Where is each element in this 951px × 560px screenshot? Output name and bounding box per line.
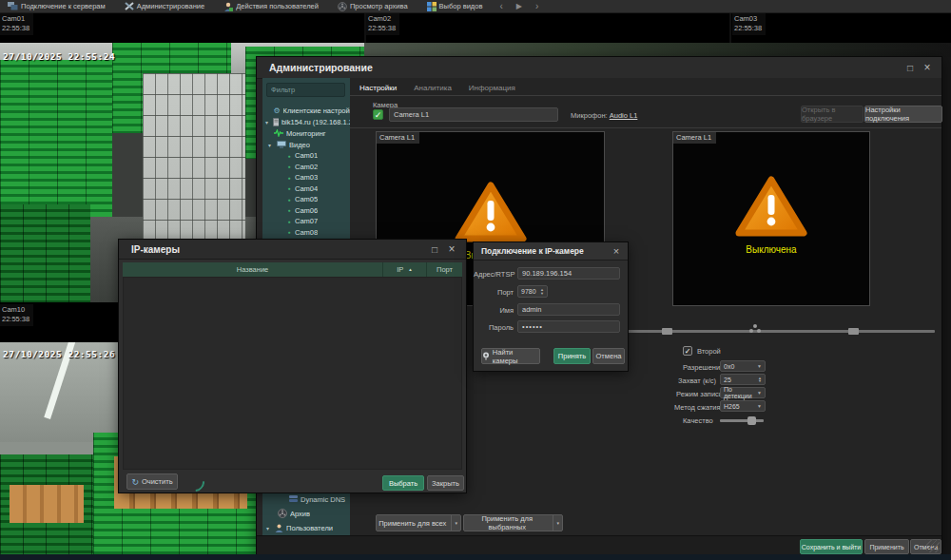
spin-down-icon[interactable]: ▼ bbox=[540, 292, 544, 296]
find-cameras-button[interactable]: Найти камеры bbox=[481, 348, 540, 364]
quality-slider[interactable] bbox=[720, 416, 764, 425]
admin-window-title: Администрирование bbox=[257, 62, 373, 73]
archive-reel-icon bbox=[338, 2, 347, 11]
chevron-down-icon[interactable]: ▾ bbox=[553, 515, 562, 531]
port-stepper[interactable]: 9780 ▲ ▼ bbox=[517, 285, 548, 298]
slider-handle-right[interactable] bbox=[848, 328, 859, 335]
apply-button[interactable]: Применить bbox=[864, 539, 909, 554]
column-header-ip[interactable]: IP ▲ bbox=[382, 262, 426, 277]
maximize-icon[interactable]: □ bbox=[903, 63, 917, 73]
cam01-label-chip[interactable]: Cam01 22:55:38 bbox=[0, 13, 33, 35]
ip-table-body[interactable] bbox=[123, 277, 462, 470]
cam02-name: Cam02 bbox=[368, 14, 396, 24]
tab-settings[interactable]: Настройки bbox=[359, 84, 397, 92]
nav-forward-icon[interactable]: › bbox=[535, 2, 538, 11]
toolbar-label: Администрирование bbox=[137, 2, 205, 10]
close-button[interactable]: Закрыть bbox=[427, 475, 464, 491]
tree-item-cam02[interactable]: ●Cam02 bbox=[286, 162, 350, 173]
record-mode-label: Режим записи bbox=[676, 390, 723, 398]
tree-item-cam07[interactable]: ●Cam07 bbox=[286, 216, 350, 227]
filter-input[interactable] bbox=[266, 83, 345, 97]
nav-back-icon[interactable]: ‹ bbox=[499, 2, 502, 11]
tree-item-users[interactable]: ▾ Пользователи bbox=[266, 522, 333, 533]
maximize-icon[interactable]: □ bbox=[428, 244, 441, 255]
codec-select[interactable]: H265 ▼ bbox=[720, 400, 766, 412]
camera-preview-secondary[interactable]: Camera L1 Выключена bbox=[672, 131, 870, 306]
archive-view-button[interactable]: Просмотр архива bbox=[330, 0, 419, 12]
tree-item-cam08[interactable]: ●Cam08 bbox=[286, 227, 350, 239]
camera-status-dot: ● bbox=[286, 175, 292, 181]
save-exit-button[interactable]: Сохранить и выйти bbox=[800, 539, 863, 554]
monitoring-waveform-icon bbox=[274, 129, 283, 137]
tree-item-dynamic-dns[interactable]: Dynamic DNS bbox=[289, 493, 345, 505]
connect-servers-button[interactable]: Подключение к серверам bbox=[0, 0, 117, 12]
stepper-arrows[interactable]: ▲ ▼ bbox=[758, 377, 762, 383]
cam02-label-chip[interactable]: Cam02 22:55:38 bbox=[366, 13, 399, 35]
open-in-browser-button[interactable]: Открыть в браузере bbox=[801, 106, 864, 123]
tab-information[interactable]: Информация bbox=[469, 84, 515, 92]
tree-item-cam05[interactable]: ●Cam05 bbox=[286, 194, 350, 205]
quality-label: Качество bbox=[683, 416, 713, 425]
close-icon[interactable]: × bbox=[445, 242, 458, 256]
tab-analytics[interactable]: Аналитика bbox=[414, 84, 452, 92]
user-actions-button[interactable]: Действия пользователей bbox=[216, 0, 330, 12]
nav-play-icon[interactable]: ▶ bbox=[516, 2, 522, 11]
connection-settings-button[interactable]: Настройки подключения bbox=[864, 106, 942, 123]
fps-stepper[interactable]: 25 ▲ ▼ bbox=[720, 374, 766, 385]
dns-icon bbox=[289, 495, 298, 503]
tree-item-monitoring[interactable]: Мониторинг bbox=[265, 127, 350, 139]
second-stream-checkbox[interactable]: ✓ bbox=[683, 346, 692, 356]
close-icon[interactable]: × bbox=[610, 245, 623, 257]
slider-handle-left[interactable] bbox=[662, 328, 672, 335]
apply-selected-button[interactable]: Применить для выбранных ▾ bbox=[463, 514, 563, 531]
cam01-time: 22:55:38 bbox=[2, 24, 29, 33]
quality-slider-handle[interactable] bbox=[747, 416, 756, 425]
dialog-cancel-button[interactable]: Отмена bbox=[592, 348, 625, 364]
tree-item-cam01[interactable]: ●Cam01 bbox=[286, 150, 350, 162]
username-input[interactable] bbox=[517, 303, 620, 316]
toolbar-label: Действия пользователей bbox=[236, 2, 319, 10]
resize-grip[interactable] bbox=[926, 539, 940, 552]
record-mode-select[interactable]: По детекции ▼ bbox=[720, 387, 766, 398]
close-icon[interactable]: × bbox=[921, 61, 934, 74]
cam01-name: Cam01 bbox=[2, 14, 29, 24]
resolution-select[interactable]: 0x0 ▼ bbox=[720, 360, 766, 372]
tree-item-client-settings[interactable]: ⚙ Клиентские настройки bbox=[265, 105, 350, 116]
bottom-strip bbox=[0, 554, 951, 560]
admin-titlebar[interactable]: Администрирование □ × bbox=[257, 57, 941, 79]
password-input[interactable] bbox=[517, 320, 620, 333]
camera-tree-list: ●Cam01 ●Cam02 ●Cam03 ●Cam04 ●Cam05 ●Cam0… bbox=[265, 150, 350, 238]
timeline-slider bbox=[613, 327, 935, 337]
address-label: Адрес/RTSP bbox=[474, 270, 514, 279]
tree-item-cam04[interactable]: ●Cam04 bbox=[286, 183, 350, 195]
address-input[interactable] bbox=[517, 267, 620, 280]
microphone-link[interactable]: Audio L1 bbox=[610, 111, 638, 120]
select-button[interactable]: Выбрать bbox=[382, 475, 424, 491]
dialog-titlebar[interactable]: Подключение к IP-камере × bbox=[474, 242, 628, 261]
ip-window-titlebar[interactable]: IP-камеры □ × bbox=[119, 240, 466, 260]
chevron-down-icon: ▼ bbox=[757, 363, 762, 369]
tree-item-video[interactable]: ▾ Видео bbox=[265, 139, 350, 150]
view-select-button[interactable]: Выбор видов bbox=[419, 0, 495, 12]
section-divider bbox=[350, 127, 941, 128]
accept-button[interactable]: Принять bbox=[553, 348, 591, 364]
spin-down-icon[interactable]: ▼ bbox=[758, 379, 762, 383]
toolbar-label: Подключение к серверам bbox=[21, 2, 106, 10]
column-header-port[interactable]: Порт bbox=[426, 262, 462, 277]
tree-item-server[interactable]: ▾ bik154.ru (192.168.1.249) bbox=[265, 116, 350, 127]
camera-name-input[interactable] bbox=[389, 107, 558, 122]
apply-all-button[interactable]: Применить для всех ▾ bbox=[376, 514, 461, 531]
tree-item-cam06[interactable]: ●Cam06 bbox=[286, 205, 350, 217]
clear-button[interactable]: ↻ Очистить bbox=[126, 473, 178, 490]
tree-item-archive[interactable]: Архив bbox=[278, 508, 310, 519]
ip-window-title: IP-камеры bbox=[119, 244, 180, 255]
cam10-label-chip[interactable]: Cam10 22:55:38 bbox=[0, 304, 33, 326]
column-header-name[interactable]: Название bbox=[123, 262, 382, 277]
chevron-down-icon[interactable]: ▾ bbox=[451, 515, 460, 531]
stepper-arrows[interactable]: ▲ ▼ bbox=[540, 288, 544, 295]
camera-enabled-checkbox[interactable]: ✓ bbox=[373, 109, 383, 120]
codec-label: Метод сжатия bbox=[674, 403, 721, 412]
cam03-label-chip[interactable]: Cam03 22:55:38 bbox=[732, 13, 766, 35]
tree-item-cam03[interactable]: ●Cam03 bbox=[286, 172, 350, 183]
administration-button[interactable]: Администрирование bbox=[117, 0, 217, 12]
